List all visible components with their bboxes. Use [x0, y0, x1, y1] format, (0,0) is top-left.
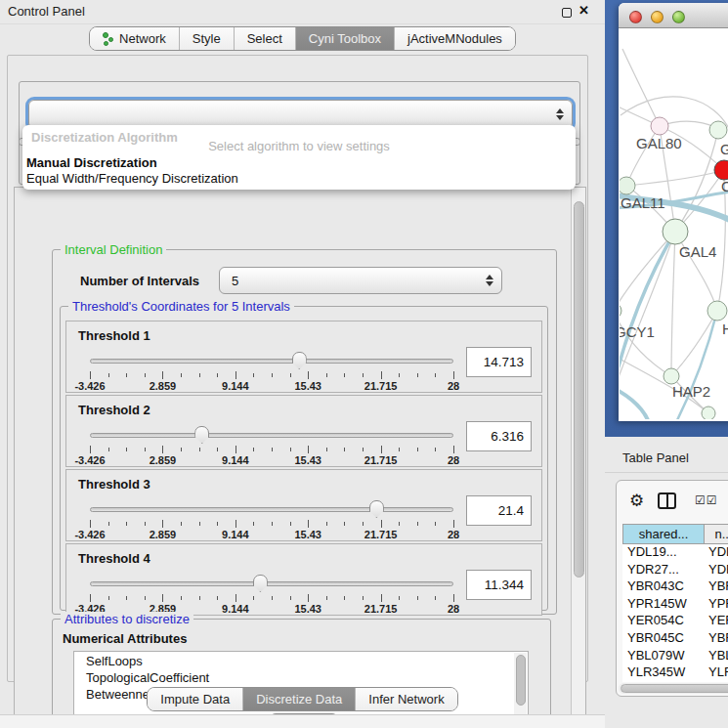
network-node	[707, 301, 727, 321]
axis-tick-label: 15.43	[294, 380, 321, 392]
column-header-name[interactable]: n...	[705, 524, 728, 544]
gear-icon[interactable]: ⚙	[629, 491, 644, 511]
table-header-row: shared... n...	[622, 524, 728, 544]
table-row[interactable]: YBL079W YBL0	[622, 648, 728, 665]
popup-option-equal-width[interactable]: Equal Width/Frequency Discretization	[26, 171, 572, 187]
node-table: shared... n... YDL19... YDL1 YDR27... YD…	[622, 524, 728, 682]
popup-option-manual[interactable]: Manual Discretization	[26, 155, 572, 171]
slider-track[interactable]	[90, 433, 453, 438]
columns-icon[interactable]	[658, 492, 676, 509]
axis-tick-label: -3.426	[74, 380, 105, 392]
axis-tick-label: 21.715	[364, 454, 398, 466]
network-node-label: GAL80	[636, 135, 682, 151]
table-panel-card: ⚙ ☑☑ shared... n... YDL19... YDL1 YDR27.…	[616, 480, 728, 697]
tab-impute-data[interactable]: Impute Data	[148, 688, 243, 710]
scrollbar-thumb[interactable]	[574, 201, 584, 578]
slider-thumb[interactable]	[253, 575, 268, 592]
axis-tick-label: 28	[448, 380, 459, 392]
tab-infer-network[interactable]: Infer Network	[356, 688, 456, 710]
slider-thumb[interactable]	[194, 426, 209, 444]
table-panel-divider	[605, 472, 728, 473]
table-row[interactable]: YBR045C YBR0	[622, 630, 728, 648]
threshold-slider[interactable]: -3.4262.8599.14415.4321.71528	[90, 499, 453, 540]
tab-select[interactable]: Select	[235, 27, 296, 50]
slider-track[interactable]	[90, 581, 453, 586]
network-icon	[103, 32, 114, 46]
tab-cyni-toolbox[interactable]: Cyni Toolbox	[296, 27, 395, 50]
float-window-icon[interactable]	[562, 8, 572, 18]
network-node	[651, 117, 668, 135]
network-window: GAL80GACGAL11GAL4GCY1HHAP2	[619, 3, 728, 421]
settings-scrollpane: Interval Definition Number of Intervals …	[14, 187, 586, 728]
threshold-panel: Threshold 4 -3.4262.8599.14415.4321.7152…	[65, 543, 542, 616]
network-edge	[622, 49, 660, 126]
tab-discretize-data[interactable]: Discretize Data	[243, 688, 356, 710]
network-edge	[620, 311, 671, 376]
axis-tick-label: 21.715	[364, 380, 398, 392]
table-row[interactable]: YPR145W YPR1	[622, 596, 728, 614]
slider-thumb[interactable]	[369, 500, 384, 518]
tab-jactivemnodules[interactable]: jActiveMNodules	[395, 27, 515, 50]
network-canvas[interactable]: GAL80GACGAL11GAL4GCY1HHAP2	[620, 28, 728, 419]
slider-track[interactable]	[90, 507, 453, 512]
list-item[interactable]: TopologicalCoefficient	[74, 668, 528, 685]
threshold-value-field[interactable]: 14.713	[466, 347, 532, 377]
table-row[interactable]: YER054C YER0	[622, 613, 728, 630]
network-node	[663, 219, 688, 244]
table-horizontal-scrollbar[interactable]	[619, 683, 728, 694]
network-node-label: GAL4	[679, 243, 716, 260]
number-of-intervals-value: 5	[232, 274, 238, 288]
list-item[interactable]: SelfLoops	[74, 652, 528, 668]
slider-axis-labels: -3.4262.8599.14415.4321.71528	[90, 529, 453, 540]
network-node	[620, 303, 621, 319]
column-header-shared[interactable]: shared...	[622, 524, 705, 544]
slider-ticks	[90, 520, 453, 528]
slider-ticks	[90, 594, 453, 602]
combo-stepper-icon	[556, 108, 564, 120]
select-columns-icon[interactable]: ☑☑	[695, 493, 718, 507]
network-node-label: C	[721, 178, 728, 194]
minimize-traffic-light[interactable]	[651, 11, 664, 23]
axis-tick-label: 2.859	[150, 529, 177, 540]
attributes-group-title: Attributes to discretize	[61, 612, 193, 626]
close-traffic-light[interactable]	[629, 11, 642, 23]
close-icon[interactable]: ✕	[578, 3, 589, 18]
axis-tick-label: 9.144	[222, 380, 249, 392]
screenshot-stage: Control Panel ✕ Network Style Select Cyn…	[0, 0, 728, 728]
table-panel-title: Table Panel	[622, 450, 689, 465]
table-row[interactable]: YDL19... YDL1	[622, 544, 728, 562]
slider-track[interactable]	[90, 359, 453, 364]
threshold-label: Threshold 3	[78, 477, 150, 492]
threshold-value-field[interactable]: 11.344	[466, 570, 532, 600]
axis-tick-label: 2.859	[150, 380, 177, 392]
slider-thumb[interactable]	[292, 352, 307, 369]
threshold-value-field[interactable]: 6.316	[466, 421, 532, 451]
threshold-slider[interactable]: -3.4262.8599.14415.4321.71528	[90, 574, 453, 615]
network-node-label: GAL11	[621, 194, 665, 211]
network-edge	[717, 180, 725, 311]
network-edge	[626, 170, 724, 186]
network-node	[664, 368, 679, 384]
control-panel-title: Control Panel	[8, 4, 85, 19]
tab-style[interactable]: Style	[180, 27, 235, 50]
tab-network[interactable]: Network	[90, 27, 180, 50]
table-row[interactable]: YBR043C YBR0	[622, 578, 728, 596]
table-row[interactable]: YDR27... YDR2	[622, 562, 728, 579]
threshold-slider[interactable]: -3.4262.8599.14415.4321.71528	[90, 351, 453, 392]
axis-tick-label: 15.43	[294, 603, 321, 615]
network-node-label: GA	[720, 141, 728, 157]
table-row[interactable]: YLR345W YLR3	[622, 664, 728, 682]
network-node	[702, 407, 715, 419]
number-of-intervals-label: Number of Intervals	[80, 274, 199, 288]
number-of-intervals-combobox[interactable]: 5	[219, 267, 502, 294]
tab-network-label: Network	[119, 31, 166, 46]
thresholds-group: Threshold's Coordinates for 5 Intervals …	[60, 306, 548, 611]
zoom-traffic-light[interactable]	[672, 11, 685, 23]
settings-vertical-scrollbar[interactable]	[571, 188, 585, 728]
axis-tick-label: 9.144	[222, 603, 249, 615]
axis-tick-label: 9.144	[222, 454, 249, 466]
threshold-value-field[interactable]: 21.4	[466, 495, 532, 526]
axis-tick-label: 21.715	[364, 529, 398, 540]
threshold-slider[interactable]: -3.4262.8599.14415.4321.71528	[90, 425, 453, 466]
axis-tick-label: -3.426	[74, 529, 105, 540]
